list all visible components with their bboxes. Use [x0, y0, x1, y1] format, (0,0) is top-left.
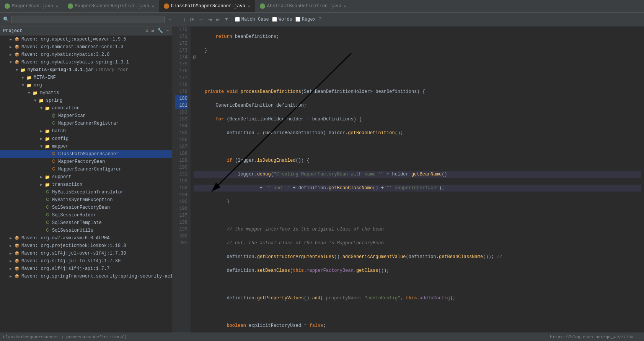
code-line-175: GenericBeanDefinition definition; — [194, 102, 641, 109]
sidebar-item-transaction[interactable]: ▶ 📁 transaction — [0, 181, 172, 188]
sidebar-item-maven10[interactable]: ▶ 📦 Maven: org.springframework.security:… — [0, 273, 172, 280]
sidebar-item-sqlsessionutils[interactable]: ▶ C SqlSessionUtils — [0, 227, 172, 234]
maven6-label: Maven: org.projectlombok:lombok:1.18.8 — [21, 243, 126, 248]
sidebar-item-classpathscanner[interactable]: ▶ C ClassPathMapperScanner — [0, 150, 172, 158]
mybatissystemexception-file-icon: C — [44, 197, 51, 203]
sidebar-item-maven7[interactable]: ▶ 📦 Maven: org.slf4j:jcl-over-slf4j:1.7.… — [0, 250, 172, 257]
match-case-checkbox[interactable] — [235, 17, 240, 22]
tab-label-abstractBeanDefinition: AbstractBeanDefinition.java — [267, 3, 341, 9]
sidebar-item-mapperfactorybean[interactable]: ▶ C MapperFactoryBean — [0, 158, 172, 166]
sidebar-item-mapperscannerregistrar[interactable]: ▶ C MapperScannerRegistrar — [0, 120, 172, 127]
config-icon: 📁 — [44, 136, 51, 142]
support-label: support — [52, 174, 71, 180]
config-label: config — [52, 136, 68, 141]
support-icon: 📁 — [44, 174, 51, 180]
tab-close-abstractBeanDefinition[interactable]: ✕ — [344, 4, 346, 9]
url-display: https://blog.csdn.net/qq_41977780... — [550, 335, 641, 339]
code-line-190 — [194, 309, 641, 315]
tab-abstractBeanDefinition[interactable]: AbstractBeanDefinition.java ✕ — [255, 0, 351, 12]
tab-mapperScannerRegistrar[interactable]: MapperScannerRegistrar.java ✕ — [63, 0, 159, 12]
sidebar-item-maven8[interactable]: ▶ 📦 Maven: org.slf4j:jul-to-slf4j:1.7.30 — [0, 257, 172, 265]
sidebar-header: Project ⚙ ⇄ 🔧 − — [0, 26, 172, 36]
code-line-180: logger.debug("Creating MapperFactoryBean… — [194, 171, 641, 178]
match-case-label[interactable]: Match Case — [235, 17, 269, 22]
sidebar-item-maven6[interactable]: ▶ 📦 Maven: org.projectlombok:lombok:1.18… — [0, 242, 172, 250]
sidebar-item-mapperscannerconfigurer[interactable]: ▶ C MapperScannerConfigurer — [0, 166, 172, 173]
sqlsessionholder-file-icon: C — [44, 212, 51, 218]
maven3-label: Maven: org.mybatis:mybatis:3.2.8 — [21, 52, 109, 57]
search-input-wrap — [11, 16, 165, 23]
sidebar-item-mybatisexceptiontranslator[interactable]: ▶ C MyBatisExceptionTranslator — [0, 188, 172, 196]
annotation-icon: 📁 — [44, 105, 51, 111]
sidebar-item-mybatis[interactable]: ▼ 📁 mybatis — [0, 89, 172, 97]
mapperscannerregistrar-label: MapperScannerRegistrar — [58, 121, 119, 126]
search-bar: 🔍 ← ↑ ↓ ⟳ → ⇥ ⇤ ▼ Match Case Words Regex… — [0, 13, 644, 26]
sidebar-item-maven4[interactable]: ▼ 📦 Maven: org.mybatis:mybatis-spring:1.… — [0, 58, 172, 66]
org-icon: 📁 — [26, 82, 32, 88]
batch-label: batch — [52, 128, 66, 134]
sidebar-item-maven5[interactable]: ▶ 📦 Maven: org.ow2.asm:asm:6.0_ALPHA — [0, 234, 172, 242]
search-nav-down[interactable]: ↓ — [183, 16, 187, 23]
minimize-icon[interactable]: − — [166, 28, 169, 34]
tab-close-mapperScannerRegistrar[interactable]: ✕ — [152, 4, 154, 9]
search-input[interactable] — [14, 17, 162, 22]
sidebar-item-mapperscan[interactable]: ▶ @ MapperScan — [0, 112, 172, 120]
tab-classPathMapperScanner[interactable]: ClassPathMapperScanner.java ✕ — [159, 0, 255, 12]
tab-close-mapperScan[interactable]: ✕ — [55, 4, 58, 9]
gear-icon[interactable]: 🔧 — [157, 28, 163, 34]
mapperscannerregistrar-file-icon: C — [51, 120, 57, 127]
mapperscannerconfigurer-file-icon: C — [51, 166, 57, 172]
search-nav-left[interactable]: ← — [167, 16, 174, 23]
tab-close-classPathMapperScanner[interactable]: ✕ — [248, 4, 250, 9]
sidebar-item-support[interactable]: ▶ 📁 support — [0, 173, 172, 181]
sidebar-item-maven3[interactable]: ▶ 📦 Maven: org.mybatis:mybatis:3.2.8 — [0, 51, 172, 58]
code-line-187: definition.setBeanClass(this.mapperFacto… — [194, 267, 641, 274]
sidebar: Project ⚙ ⇄ 🔧 − ▶ 📦 Maven: org.aspectj:a… — [0, 26, 172, 333]
search-nav-refresh[interactable]: ⟳ — [189, 16, 195, 23]
maven5-label: Maven: org.ow2.asm:asm:6.0_ALPHA — [21, 235, 109, 241]
regex-checkbox[interactable] — [295, 17, 300, 22]
tab-icon-mapperScan — [5, 3, 10, 9]
sqlsessionfactorybean-file-icon: C — [44, 205, 51, 211]
words-checkbox[interactable] — [272, 17, 277, 22]
search-nav-collapse[interactable]: ⇤ — [215, 16, 221, 23]
split-icon[interactable]: ⇄ — [152, 28, 154, 34]
sidebar-item-spring[interactable]: ▼ 📁 spring — [0, 97, 172, 104]
tab-label-mapperScannerRegistrar: MapperScannerRegistrar.java — [75, 3, 149, 9]
settings-icon[interactable]: ⚙ — [145, 28, 148, 34]
sidebar-item-sqlsessionfactorybean[interactable]: ▶ C SqlSessionFactoryBean — [0, 204, 172, 211]
code-content[interactable]: return beanDefinitions; } private void p… — [191, 26, 644, 333]
tab-icon-mapperScannerRegistrar — [68, 3, 73, 9]
sidebar-item-mybatissystemexception[interactable]: ▶ C MyBatisSystemException — [0, 196, 172, 204]
sidebar-item-maven2[interactable]: ▶ 📦 Maven: org.hamcrest:hamcrest-core:1.… — [0, 43, 172, 51]
words-label[interactable]: Words — [272, 17, 292, 22]
mybatissystemexception-label: MyBatisSystemException — [52, 197, 112, 203]
sidebar-item-metainf[interactable]: ▶ 📁 META-INF — [0, 74, 172, 81]
regex-label[interactable]: Regex — [295, 17, 316, 22]
mapperscan-label: MapperScan — [58, 113, 86, 119]
sidebar-item-config[interactable]: ▶ 📁 config — [0, 135, 172, 143]
jar-icon: 📁 — [20, 67, 26, 73]
tab-mapperScan[interactable]: MapperScan.java ✕ — [0, 0, 63, 12]
search-help[interactable]: ? — [319, 16, 322, 22]
maven-icon-3: 📦 — [14, 52, 20, 58]
maven-icon-6: 📦 — [14, 243, 20, 249]
sidebar-item-sqlsessiontemplate[interactable]: ▶ C SqlSessionTemplate — [0, 219, 172, 227]
maven-icon-9: 📦 — [14, 266, 20, 272]
sidebar-item-jar1[interactable]: ▼ 📁 mybatis-spring-1.3.1.jar library roo… — [0, 66, 172, 74]
classpathscanner-file-icon: C — [51, 151, 57, 157]
sidebar-item-org[interactable]: ▼ 📁 org — [0, 81, 172, 89]
search-nav-expand[interactable]: ⇥ — [207, 16, 213, 23]
sidebar-item-sqlsessionholder[interactable]: ▶ C SqlSessionHolder — [0, 211, 172, 219]
sidebar-item-annotation[interactable]: ▼ 📁 annotation — [0, 104, 172, 112]
search-nav-up[interactable]: ↑ — [176, 16, 180, 23]
search-nav-right[interactable]: → — [197, 16, 204, 23]
code-editor[interactable]: 170 171 172 173 174 175 176 177 178 179 … — [172, 26, 644, 333]
sidebar-item-maven9[interactable]: ▶ 📦 Maven: org.slf4j:slf4j-api:1.7.7 — [0, 265, 172, 273]
code-line-191: boolean explicitFactoryUsed = false; — [194, 322, 641, 329]
sidebar-item-batch[interactable]: ▶ 📁 batch — [0, 127, 172, 135]
sidebar-item-mapper[interactable]: ▼ 📁 mapper — [0, 143, 172, 150]
code-line-182: } — [194, 198, 641, 205]
maven-icon-7: 📦 — [14, 250, 20, 257]
sidebar-item-maven1[interactable]: ▶ 📦 Maven: org.aspectj:aspectjweaver:1.9… — [0, 36, 172, 43]
